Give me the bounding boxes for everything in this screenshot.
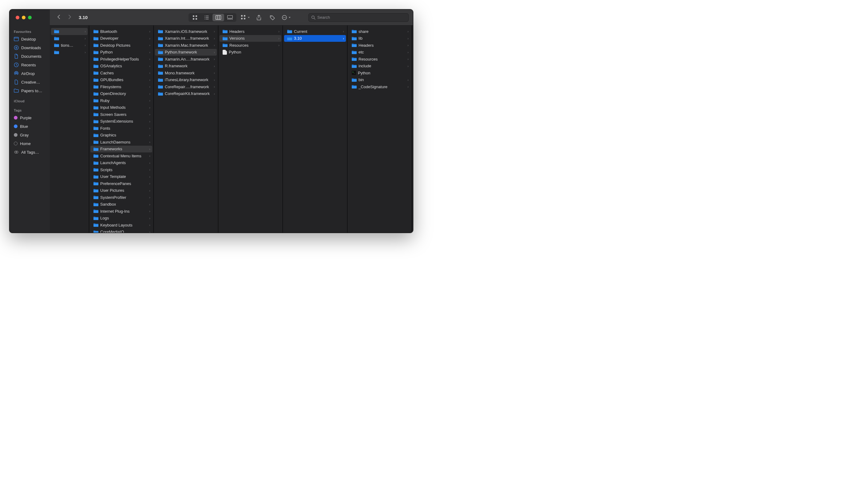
list-item[interactable]: CoreRepair….framework› (155, 83, 217, 90)
list-item[interactable]: Graphics› (90, 132, 152, 139)
list-item[interactable]: …tions› (51, 42, 88, 49)
list-item[interactable]: Frameworks› (90, 146, 152, 153)
list-item[interactable]: Input Methods› (90, 104, 152, 111)
list-item[interactable]: Internet Plug-Ins› (90, 208, 152, 215)
list-item[interactable]: _CodeSignature› (349, 83, 410, 90)
list-item[interactable]: Versions› (219, 35, 281, 42)
svg-rect-2 (193, 18, 194, 20)
list-item[interactable]: Fonts› (90, 125, 152, 132)
list-item[interactable]: Sandbox› (90, 201, 152, 208)
back-button[interactable] (57, 15, 61, 21)
sidebar-item[interactable]: Gray (11, 131, 48, 139)
list-item[interactable]: Filesystems› (90, 83, 152, 90)
forward-button[interactable] (67, 15, 72, 21)
list-item[interactable]: Xamarin.Int….framework› (155, 35, 217, 42)
list-view-button[interactable] (201, 14, 212, 21)
list-item[interactable]: Xamarin.Mac.framework› (155, 42, 217, 49)
list-item[interactable]: Logs› (90, 215, 152, 222)
sidebar-item[interactable]: Desktop (11, 35, 48, 43)
tags-button[interactable] (268, 13, 277, 22)
list-item[interactable]: PreferencePanes› (90, 180, 152, 187)
list-item[interactable]: › (51, 28, 88, 35)
list-item[interactable]: User Pictures› (90, 187, 152, 194)
list-item[interactable]: Xamarin.An….framework› (155, 56, 217, 63)
chevron-right-icon: › (214, 64, 215, 68)
close-window-button[interactable] (16, 16, 19, 19)
share-button[interactable] (254, 13, 264, 22)
list-item[interactable]: CoreMediaIO› (90, 229, 152, 233)
list-item[interactable]: Current› (284, 28, 346, 35)
sidebar-item[interactable]: Purple (11, 113, 48, 122)
list-item[interactable]: SystemProfiler› (90, 194, 152, 201)
column-view-button[interactable] (212, 14, 224, 21)
folder-icon (158, 78, 163, 82)
folder-icon (287, 30, 292, 33)
chevron-right-icon: › (149, 133, 150, 137)
list-item[interactable]: Contextual Menu Items› (90, 152, 152, 160)
svg-point-25 (284, 17, 285, 18)
list-item[interactable]: › (51, 35, 88, 42)
list-item[interactable]: lib› (349, 35, 410, 42)
search-input[interactable] (317, 15, 406, 20)
sidebar-item[interactable]: Blue (11, 122, 48, 131)
list-item[interactable]: Headers› (349, 42, 410, 49)
list-item[interactable]: Resources› (219, 42, 281, 49)
list-item[interactable]: Caches› (90, 70, 152, 76)
list-item[interactable]: include› (349, 63, 410, 70)
list-item[interactable]: Mono.framework› (155, 70, 217, 76)
sidebar-item[interactable]: All Tags… (11, 148, 48, 157)
search-icon (311, 15, 316, 20)
chevron-right-icon: › (149, 230, 150, 233)
list-item[interactable]: Scripts› (90, 166, 152, 173)
list-item[interactable]: Developer› (90, 35, 152, 42)
list-item[interactable]: CoreRepairKit.framework› (155, 90, 217, 97)
sidebar-item[interactable]: AirDrop (11, 69, 48, 78)
sidebar-item[interactable]: Downloads (11, 43, 48, 52)
action-menu-button[interactable] (281, 13, 290, 22)
sidebar-item[interactable]: Creative… (11, 78, 48, 86)
list-item[interactable]: › (51, 49, 88, 56)
list-item[interactable]: 3.10› (284, 35, 346, 42)
list-item[interactable]: Python (219, 49, 281, 56)
list-item[interactable]: etc› (349, 49, 410, 56)
list-item[interactable]: GPUBundles› (90, 76, 152, 84)
icon-view-button[interactable] (189, 14, 201, 21)
list-item[interactable]: OSAnalytics› (90, 63, 152, 70)
list-item[interactable]: iTunesLibrary.framework› (155, 76, 217, 84)
minimize-window-button[interactable] (22, 16, 25, 19)
svg-rect-14 (228, 19, 229, 19)
list-item[interactable]: Python (349, 70, 410, 76)
sidebar-item[interactable]: Home (11, 139, 48, 148)
list-item[interactable]: Bluetooth› (90, 28, 152, 35)
list-item[interactable]: Python.framework› (155, 49, 217, 56)
list-item[interactable]: Desktop Pictures› (90, 42, 152, 49)
folder-icon (93, 106, 99, 109)
group-by-button[interactable] (241, 13, 250, 22)
list-item[interactable]: LaunchDaemons› (90, 139, 152, 146)
item-name: etc (358, 50, 406, 54)
list-item[interactable]: Keyboard Layouts› (90, 221, 152, 229)
list-item[interactable]: Xamarin.iOS.framework› (155, 28, 217, 35)
list-item[interactable]: User Template› (90, 173, 152, 180)
sidebar-item[interactable]: Documents (11, 52, 48, 60)
list-item[interactable]: SystemExtensions› (90, 118, 152, 125)
list-item[interactable]: R.framework› (155, 63, 217, 70)
gallery-view-button[interactable] (224, 14, 236, 21)
sidebar-item[interactable]: Papers to… (11, 86, 48, 95)
list-item[interactable]: OpenDirectory› (90, 90, 152, 97)
sidebar-item[interactable]: Recents (11, 60, 48, 69)
list-item[interactable]: Resources› (349, 56, 410, 63)
item-name: R.framework (165, 64, 212, 68)
list-item[interactable]: Python› (90, 49, 152, 56)
search-field[interactable] (308, 13, 409, 22)
list-item[interactable]: Screen Savers› (90, 111, 152, 118)
list-item[interactable]: PrivilegedHelperTools› (90, 56, 152, 63)
list-item[interactable]: bin› (349, 76, 410, 84)
list-item[interactable]: Headers› (219, 28, 281, 35)
item-name: Fonts (100, 126, 147, 131)
list-item[interactable]: share› (349, 28, 410, 35)
list-item[interactable]: LaunchAgents› (90, 160, 152, 166)
svg-rect-3 (196, 18, 197, 20)
zoom-window-button[interactable] (28, 16, 32, 19)
list-item[interactable]: Ruby› (90, 97, 152, 104)
